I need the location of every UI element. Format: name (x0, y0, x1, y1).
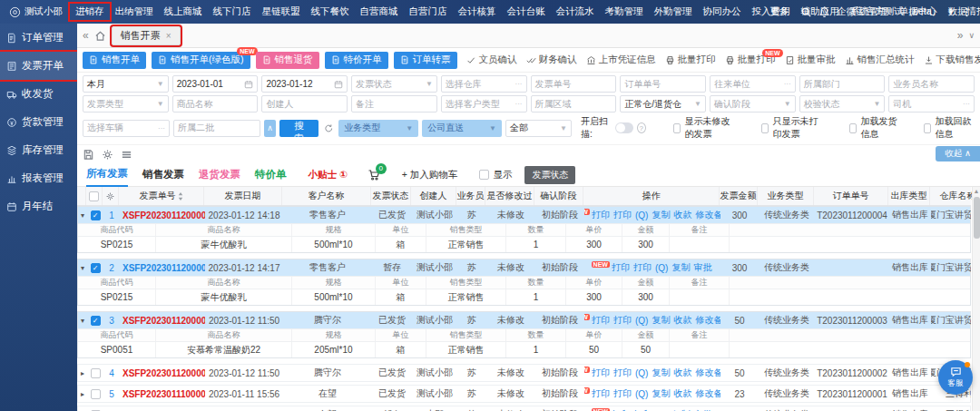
invoice-row[interactable]: ▾ ✓ 3 XSFP2023011200002 2023-01-12 11:50… (78, 312, 970, 328)
row-number[interactable]: 6 (103, 406, 120, 411)
invoice-row[interactable]: ▸ 4 XSFP2023011200001 2023-01-12 11:50 腾… (78, 365, 970, 381)
filter-field[interactable]: 业务员名称 (888, 75, 975, 93)
home-icon[interactable] (94, 30, 106, 42)
tab-sales-invoice[interactable]: 销售开票 × (112, 26, 181, 45)
secondary-action[interactable]: 批量审批 (785, 54, 836, 66)
invoice-number[interactable]: XSFP2023011200004 (120, 207, 205, 223)
list-tab[interactable]: 退货发票 (199, 163, 240, 187)
checkbox-icon[interactable] (479, 170, 489, 180)
primary-button[interactable]: 销售退货 (256, 52, 319, 69)
scroll-up-icon[interactable]: ▲ (974, 187, 980, 196)
expand-row-icon[interactable]: ▸ (81, 369, 84, 377)
topnav-item[interactable]: 会计流水 (551, 4, 600, 20)
op-link[interactable]: 收款 (673, 314, 691, 327)
filter-field[interactable]: 选择仓库··· (441, 75, 527, 93)
row-checkbox[interactable] (91, 368, 101, 378)
row-number[interactable]: 5 (103, 386, 120, 402)
row-checkbox[interactable] (91, 389, 101, 399)
user-menu[interactable]: 测试小邵 (5, 5, 66, 18)
op-link[interactable]: 打印 (613, 367, 632, 379)
topnav-item[interactable]: 出纳管理 (110, 4, 159, 20)
op-link[interactable]: 修改备注 (695, 209, 720, 221)
sidebar-item[interactable]: 库存管理 (0, 136, 77, 164)
filter-field[interactable]: 正常仓/退货仓▼ (620, 95, 706, 113)
op-link[interactable]: 打印 (592, 314, 610, 327)
filter-field[interactable]: 发票单号 (531, 75, 617, 93)
filter-field[interactable]: 发票状态▼ (351, 75, 437, 93)
filter-field[interactable]: 创建人 (261, 95, 348, 113)
topnav-item[interactable]: 线上商城 (159, 4, 208, 20)
sidebar-item[interactable]: 货款管理 (0, 108, 77, 136)
list-tab[interactable]: 销售发票 (142, 163, 184, 187)
op-link[interactable]: (Q) (655, 263, 668, 273)
invoice-number[interactable]: XSFP2023011200002 (120, 312, 205, 328)
column-header[interactable]: 创建人 (411, 187, 456, 205)
op-link[interactable]: 打印 (613, 314, 632, 327)
list-tab[interactable]: 所有发票 (86, 163, 128, 187)
invoice-row[interactable]: ▾ ✓ 2 XSFP2023011200003 2023-01-12 14:17… (78, 259, 970, 276)
sidebar-item[interactable]: 报表管理 (0, 164, 77, 192)
topnav-item[interactable]: 星链联盟 (257, 4, 306, 20)
invoice-row[interactable]: ▾ ✓ 1 XSFP2023011200004 2023-01-12 14:18… (78, 207, 970, 223)
filter-field[interactable]: 司机··· (888, 95, 975, 113)
topnav-item[interactable]: 外勤管理 (649, 4, 698, 20)
invoice-number[interactable]: XSFP2023011100004 (120, 386, 205, 402)
vertical-scrollbar[interactable]: ▲ (972, 187, 980, 411)
topnav-item[interactable]: 自营门店 (404, 4, 453, 20)
filter-field[interactable]: 所属区域 (531, 95, 617, 113)
column-header[interactable]: 发票日期 (204, 187, 282, 205)
topnav-item[interactable]: 考勤管理 (600, 4, 649, 20)
op-link[interactable]: 打印 (633, 261, 652, 274)
scrollbar-thumb[interactable] (974, 197, 980, 239)
filter-field[interactable]: 所属部门 (799, 75, 886, 93)
op-link[interactable]: (Q) (635, 210, 648, 220)
scan-toggle[interactable] (615, 122, 632, 133)
topnav-item[interactable]: 会计台账 (502, 4, 551, 20)
collapse-row-icon[interactable]: ▾ (81, 317, 84, 325)
add-to-cart-button[interactable]: + 加入购物车 (402, 169, 458, 181)
column-header[interactable]: 发票金额 (720, 187, 758, 205)
collapse-filters-button[interactable]: 收起 ∧ (936, 146, 980, 161)
row-number[interactable]: 3 (103, 312, 120, 328)
op-link[interactable]: 复制 (652, 387, 670, 400)
filter-field[interactable]: 订单单号 (620, 75, 706, 93)
row-checkbox[interactable]: ✓ (91, 316, 101, 326)
secondary-action[interactable]: 文员确认 (466, 54, 517, 66)
primary-button[interactable]: 销售开单(绿色版) NEW (152, 52, 250, 69)
column-header[interactable]: 发票单号 (119, 187, 204, 205)
sort-icon[interactable] (178, 192, 183, 201)
filter-field[interactable]: 2023-01-01 (172, 75, 259, 93)
topnav-item[interactable]: 线下餐饮 (306, 4, 355, 20)
op-link[interactable]: 打印 (592, 367, 610, 379)
op-link[interactable]: 修改备注 (695, 367, 720, 379)
tips-link[interactable]: 小贴士 ① (309, 169, 348, 181)
filter-checkbox[interactable]: 显示未修改的发票 (673, 115, 738, 141)
column-header[interactable]: 客户名称 (282, 187, 371, 205)
column-header[interactable]: 是否修改过 (485, 187, 534, 205)
op-link[interactable]: (Q) (635, 316, 648, 326)
tab-options-icon[interactable]: ∨ (968, 31, 975, 40)
op-link[interactable]: 复制 (652, 367, 670, 379)
delivery-mode-dropdown[interactable]: 公司直送▼ (422, 120, 502, 137)
primary-button[interactable]: 特价开单 (325, 52, 388, 69)
all-filter-dropdown[interactable]: 全部▼ (505, 120, 572, 137)
filter-field[interactable]: 本月▼ (83, 75, 169, 93)
biz-type-dropdown[interactable]: 业务类型▼ (338, 120, 418, 137)
op-link[interactable]: 复制 (652, 314, 670, 327)
column-header[interactable]: 业务员 (456, 187, 485, 205)
filter-checkbox[interactable]: 加载回款信息 (924, 115, 975, 141)
filter-field[interactable]: 选择客户类型··· (441, 95, 527, 113)
tenant-name[interactable]: 企微宝官方测试（beta） (837, 5, 941, 18)
secondary-action[interactable]: 批量打印 (665, 54, 716, 66)
primary-button[interactable]: 销售开单 (83, 52, 146, 69)
filter-field[interactable]: 所属二批 (173, 120, 260, 137)
filter-field[interactable]: 选择车辆··· (83, 120, 170, 137)
list-settings-icon[interactable] (121, 149, 132, 161)
help-icon[interactable]: ? (637, 122, 646, 133)
topnav-item[interactable]: 协同办公 (698, 4, 747, 20)
column-header[interactable]: 出库类型 (888, 187, 930, 205)
column-header[interactable]: 业务类型 (758, 187, 814, 205)
search-button[interactable]: 搜索 (279, 120, 318, 137)
filter-field[interactable]: 发票类型▼ (83, 95, 169, 113)
op-link[interactable]: 收款 (673, 367, 691, 379)
